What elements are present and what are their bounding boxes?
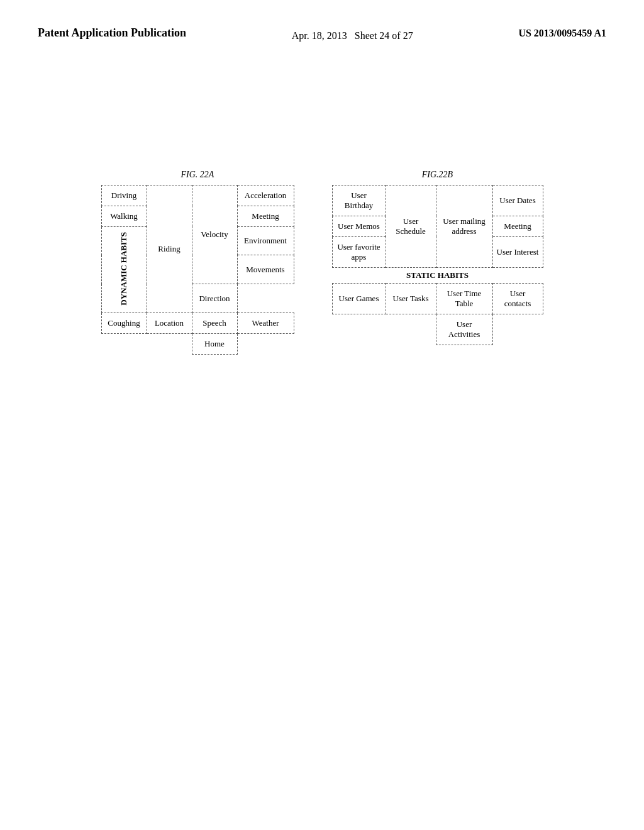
publication-title: Patent Application Publication	[38, 25, 186, 41]
cell-user-interest: User Interest	[492, 236, 543, 267]
cell-acceleration: Acceleration	[237, 185, 294, 206]
cell-coughing: Coughing	[101, 313, 147, 334]
cell-riding: Riding	[147, 185, 192, 313]
table-row: Driving Riding Velocity Acceleration	[101, 185, 294, 206]
cell-location: Location	[147, 313, 192, 334]
figures-container: FIG. 22A Driving Riding Velocity	[38, 170, 606, 355]
fig22a-label: FIG. 22A	[181, 170, 214, 180]
cell-direction: Direction	[192, 284, 237, 313]
cell-user-schedule: UserSchedule	[386, 185, 436, 267]
cell-user-games: User Games	[332, 283, 386, 314]
cell-driving: Driving	[101, 185, 147, 206]
sheet-info: Sheet 24 of 27	[355, 30, 413, 41]
cell-user-contacts: Usercontacts	[492, 283, 543, 314]
table-row: Home	[101, 334, 294, 355]
cell-weather: Weather	[237, 313, 294, 334]
cell-speech: Speech	[192, 313, 237, 334]
publication-date-sheet: Apr. 18, 2013 Sheet 24 of 27	[292, 25, 413, 44]
figure-22a: FIG. 22A Driving Riding Velocity	[101, 170, 294, 355]
fig22a-table: Driving Riding Velocity Acceleration Wal…	[101, 185, 294, 355]
cell-velocity: Velocity	[192, 185, 237, 284]
cell-static-habits: STATIC HABITS	[332, 267, 543, 283]
patent-number: US 2013/0095459 A1	[518, 25, 606, 39]
table-row: User Games User Tasks User TimeTable Use…	[332, 283, 543, 314]
cell-meeting-22b: Meeting	[492, 216, 543, 236]
cell-user-activities: UserActivities	[436, 314, 492, 345]
cell-user-time-table: User TimeTable	[436, 283, 492, 314]
figure-22b: FIG.22B UserBirthday UserSchedule User m…	[332, 170, 543, 345]
fig22b-table: UserBirthday UserSchedule User mailingad…	[332, 185, 543, 345]
cell-meeting-22a: Meeting	[237, 206, 294, 226]
cell-movements: Movements	[237, 255, 294, 284]
cell-user-dates: User Dates	[492, 185, 543, 216]
cell-dynamic-habits: DYNAMIC HABITS	[101, 226, 147, 313]
header: Patent Application Publication Apr. 18, …	[38, 25, 606, 44]
publication-date: Apr. 18, 2013	[292, 30, 347, 41]
cell-home: Home	[192, 334, 237, 355]
table-row: UserBirthday UserSchedule User mailingad…	[332, 185, 543, 216]
cell-user-favorite-apps: User favoriteapps	[332, 236, 386, 267]
table-row: STATIC HABITS	[332, 267, 543, 283]
cell-user-mailing-address: User mailingaddress	[436, 185, 492, 267]
page: Patent Application Publication Apr. 18, …	[0, 0, 644, 830]
table-row: UserActivities	[332, 314, 543, 345]
cell-walking: Walking	[101, 206, 147, 226]
cell-user-memos: User Memos	[332, 216, 386, 236]
fig22b-label: FIG.22B	[422, 170, 453, 180]
cell-environment: Environment	[237, 226, 294, 255]
table-row: Coughing Location Speech Weather	[101, 313, 294, 334]
cell-user-tasks: User Tasks	[386, 283, 436, 314]
cell-user-birthday: UserBirthday	[332, 185, 386, 216]
